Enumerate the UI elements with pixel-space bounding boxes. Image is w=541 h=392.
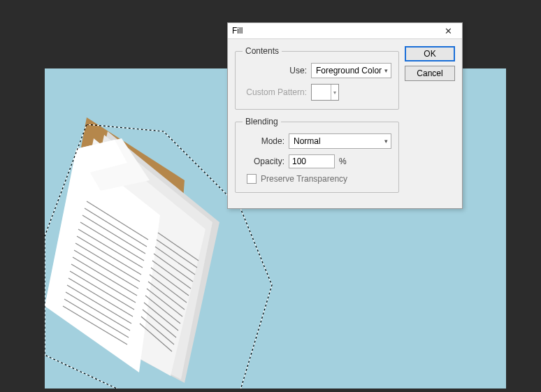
dialog-title: Fill (232, 26, 243, 36)
blending-legend: Blending (243, 117, 281, 126)
mode-select-value: Normal (294, 136, 321, 146)
mode-label: Mode: (243, 136, 284, 146)
contents-legend: Contents (243, 46, 282, 56)
opacity-unit: % (339, 157, 347, 166)
blending-group: Blending Mode: Normal ▾ Opacity: 100 % (235, 117, 399, 193)
dialog-titlebar[interactable]: Fill ✕ (228, 23, 462, 39)
cancel-button-label: Cancel (417, 68, 442, 78)
custom-pattern-label: Custom Pattern: (243, 87, 307, 97)
pattern-swatch (312, 85, 331, 100)
use-label: Use: (243, 66, 307, 75)
contents-group: Contents Use: Foreground Color ▾ Custom … (235, 46, 399, 110)
ok-button-label: OK (424, 49, 435, 59)
fill-dialog: Fill ✕ Contents Use: Foreground Color ▾ … (227, 22, 463, 209)
mode-select[interactable]: Normal ▾ (289, 133, 391, 149)
custom-pattern-picker[interactable]: ▾ (311, 84, 339, 101)
preserve-transparency-label: Preserve Transparency (261, 174, 347, 184)
chevron-down-icon: ▾ (384, 67, 388, 74)
close-icon[interactable]: ✕ (438, 24, 458, 37)
use-select[interactable]: Foreground Color ▾ (311, 63, 391, 78)
opacity-value: 100 (292, 157, 306, 166)
opacity-label: Opacity: (243, 157, 284, 166)
use-select-value: Foreground Color (316, 66, 382, 75)
cancel-button[interactable]: Cancel (405, 66, 455, 81)
preserve-transparency-checkbox[interactable] (247, 174, 257, 184)
chevron-down-icon: ▾ (331, 85, 338, 100)
chevron-down-icon: ▾ (384, 138, 388, 145)
opacity-input[interactable]: 100 (289, 154, 335, 168)
ok-button[interactable]: OK (405, 46, 455, 61)
